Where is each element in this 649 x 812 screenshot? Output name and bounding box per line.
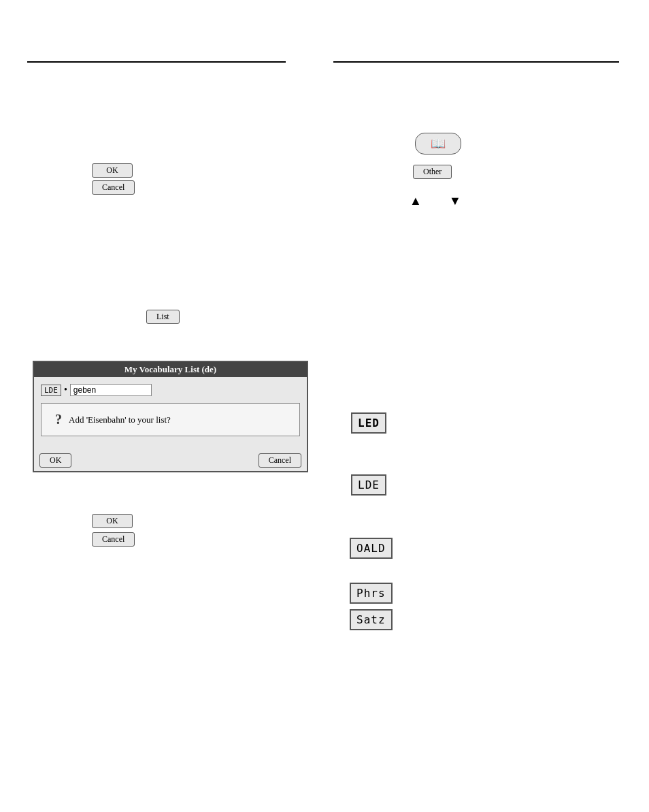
ok-button-2[interactable]: OK [92, 514, 133, 528]
satz-badge: Satz [350, 609, 393, 630]
lde-badge: LDE [351, 474, 386, 496]
lde-badge-dialog: LDE [41, 385, 61, 396]
led-badge: LED [351, 412, 386, 434]
question-icon: ? [55, 412, 62, 427]
book-icon-button[interactable]: 📖 [415, 133, 461, 155]
other-button[interactable]: Other [413, 165, 452, 179]
vocab-input[interactable] [70, 384, 152, 396]
confirm-box: ? Add 'Eisenbahn' to your list? [41, 403, 300, 436]
vocab-ok-button[interactable]: OK [39, 453, 71, 468]
cancel-button-2[interactable]: Cancel [92, 532, 135, 547]
phrs-badge: Phrs [350, 583, 393, 604]
vocab-dialog: My Vocabulary List (de) LDE • ? Add 'Eis… [33, 361, 308, 472]
dot-separator: • [64, 385, 67, 395]
left-divider [27, 61, 286, 63]
arrow-down-button[interactable]: ▼ [449, 194, 461, 208]
confirm-text: Add 'Eisenbahn' to your list? [69, 415, 171, 425]
right-divider [333, 61, 619, 63]
vocab-dialog-title: My Vocabulary List (de) [34, 362, 307, 377]
list-button[interactable]: List [146, 310, 180, 324]
arrow-up-button[interactable]: ▲ [410, 194, 422, 208]
book-icon: 📖 [431, 136, 446, 151]
ok-button-1[interactable]: OK [92, 163, 133, 178]
vocab-cancel-button[interactable]: Cancel [259, 453, 301, 468]
cancel-button-1[interactable]: Cancel [92, 180, 135, 195]
oald-badge: OALD [350, 538, 393, 559]
